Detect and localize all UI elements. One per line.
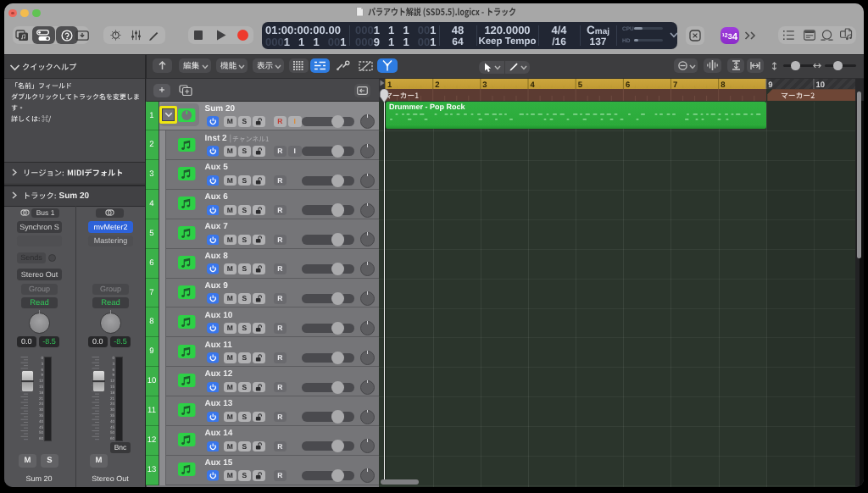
svg-text:12: 12: [110, 379, 115, 383]
svg-text:50: 50: [110, 430, 115, 435]
svg-text:21: 21: [110, 396, 115, 401]
svg-text:40: 40: [39, 419, 44, 424]
svg-text:6: 6: [112, 368, 114, 372]
svg-text:9: 9: [41, 373, 43, 377]
svg-text:12: 12: [39, 379, 44, 383]
svg-text:0: 0: [41, 356, 43, 360]
svg-text:60: 60: [110, 436, 115, 440]
svg-text:50: 50: [39, 430, 44, 435]
svg-text:18: 18: [110, 391, 115, 395]
svg-text:7: 7: [673, 80, 677, 89]
svg-text:2: 2: [435, 80, 439, 89]
svg-text:9: 9: [768, 80, 772, 89]
svg-text:15: 15: [110, 385, 115, 389]
svg-text:24: 24: [39, 402, 44, 406]
svg-text:3: 3: [482, 80, 487, 89]
svg-text:6: 6: [626, 80, 630, 89]
svg-text:5: 5: [578, 80, 583, 89]
svg-text:30: 30: [110, 407, 115, 412]
svg-text:3: 3: [112, 362, 114, 366]
svg-text:35: 35: [39, 413, 44, 418]
svg-text:3: 3: [41, 362, 43, 366]
svg-text:60: 60: [39, 436, 44, 440]
svg-text:40: 40: [110, 419, 115, 424]
svg-text:0: 0: [112, 356, 114, 360]
svg-text:9: 9: [112, 373, 114, 377]
svg-text:45: 45: [110, 425, 115, 429]
svg-text:21: 21: [39, 396, 44, 401]
svg-text:4: 4: [530, 80, 535, 89]
svg-text:8: 8: [721, 80, 725, 89]
svg-text:30: 30: [39, 407, 44, 412]
svg-text:18: 18: [39, 391, 44, 395]
svg-text:10: 10: [815, 80, 825, 89]
svg-text:45: 45: [39, 425, 44, 429]
svg-text:24: 24: [110, 402, 115, 406]
svg-text:1: 1: [387, 80, 392, 89]
svg-text:35: 35: [110, 413, 115, 418]
svg-text:6: 6: [41, 368, 43, 372]
svg-text:15: 15: [39, 385, 44, 389]
